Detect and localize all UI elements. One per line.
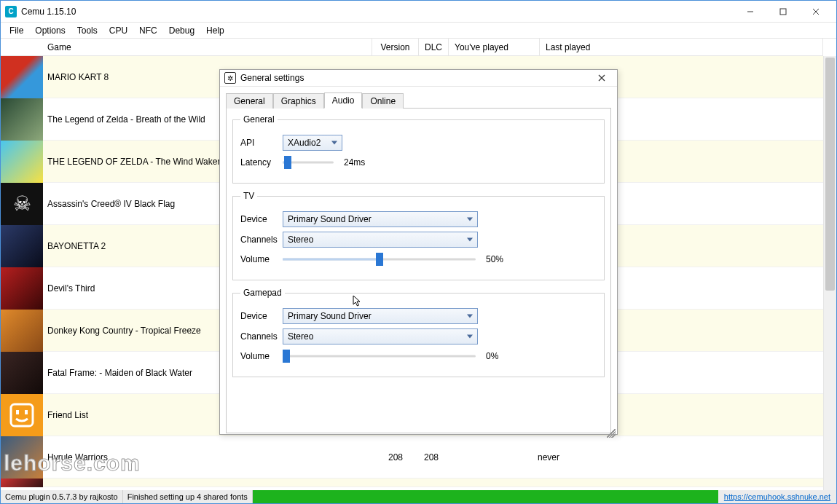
game-thumb [1, 267, 43, 310]
menu-file[interactable]: File [4, 24, 29, 37]
titlebar: C Cemu 1.15.10 [1, 1, 836, 23]
close-button[interactable] [799, 1, 832, 22]
tv-device-select[interactable]: Primary Sound Driver [283, 211, 478, 227]
gp-device-label: Device [240, 311, 283, 321]
group-general-legend: General [240, 114, 278, 125]
game-last: never [535, 452, 823, 462]
dialog-titlebar: ✲ General settings [220, 70, 617, 87]
latency-slider[interactable] [283, 155, 334, 170]
resize-grip[interactable] [607, 429, 616, 438]
column-headers: Game Version DLC You've played Last play… [1, 39, 823, 56]
game-thumb [1, 479, 43, 487]
window-title: Cemu 1.15.10 [21, 7, 76, 17]
group-tv: TV Device Primary Sound Driver Channels … [232, 191, 605, 280]
group-general: General API XAudio2 Latency 24ms [232, 114, 605, 184]
svg-rect-0 [780, 9, 786, 15]
tabpage-audio: General API XAudio2 Latency 24ms [226, 109, 611, 433]
menu-debug[interactable]: Debug [163, 24, 200, 37]
api-label: API [240, 138, 283, 148]
group-gamepad-legend: Gamepad [240, 288, 285, 298]
game-thumb [1, 225, 43, 267]
group-tv-legend: TV [240, 191, 257, 201]
dialog-body: General Graphics Audio Online General AP… [220, 87, 617, 439]
status-plugin: Cemu plugin 0.5.7.3 by rajkosto [1, 490, 123, 503]
app-window: C Cemu 1.15.10 File Options Tools CPU NF… [0, 0, 837, 504]
svg-rect-2 [16, 410, 19, 414]
gp-volume-slider[interactable] [283, 349, 476, 363]
game-thumb [1, 394, 43, 436]
vertical-scrollbar[interactable] [823, 56, 836, 490]
latency-value: 24ms [344, 157, 365, 168]
dialog-title: General settings [240, 73, 304, 83]
scrollbar-thumb[interactable] [825, 58, 835, 291]
group-gamepad: Gamepad Device Primary Sound Driver Chan… [232, 288, 605, 377]
game-thumb: ☠ [1, 183, 43, 225]
window-controls [734, 1, 832, 22]
gp-channels-label: Channels [240, 331, 283, 342]
menu-nfc[interactable]: NFC [133, 24, 163, 37]
status-link[interactable]: https://cemuhook.sshnuke.net [718, 490, 836, 503]
game-version: 208 [372, 452, 419, 462]
app-icon: C [5, 6, 17, 17]
tv-channels-select[interactable]: Stereo [283, 232, 478, 248]
tv-channels-label: Channels [240, 235, 283, 245]
gp-device-select[interactable]: Primary Sound Driver [283, 308, 478, 324]
col-last-played[interactable]: Last played [540, 39, 823, 56]
tab-audio[interactable]: Audio [324, 92, 363, 109]
col-version[interactable]: Version [372, 39, 419, 56]
statusbar: Cemu plugin 0.5.7.3 by rajkosto Finished… [1, 490, 836, 503]
menu-options[interactable]: Options [29, 24, 71, 37]
game-thumb [1, 56, 43, 98]
menubar: File Options Tools CPU NFC Debug Help [1, 23, 836, 39]
game-dlc: 208 [419, 452, 444, 462]
gp-volume-label: Volume [240, 351, 283, 361]
tabstrip: General Graphics Audio Online [226, 91, 611, 109]
game-thumb [1, 436, 43, 479]
menu-help[interactable]: Help [200, 24, 230, 37]
game-row[interactable]: Hyrule Warriors208208never [1, 436, 823, 479]
col-dlc[interactable]: DLC [419, 39, 449, 56]
tab-general[interactable]: General [226, 93, 273, 109]
gp-channels-select[interactable]: Stereo [283, 328, 478, 344]
game-thumb [1, 141, 43, 183]
dialog-close-button[interactable] [591, 70, 613, 86]
tab-online[interactable]: Online [362, 93, 404, 109]
game-name: Hyrule Warriors [43, 452, 372, 462]
col-game[interactable]: Game [1, 39, 372, 56]
game-row[interactable] [1, 479, 823, 487]
game-thumb [1, 310, 43, 352]
tv-volume-value: 50% [486, 254, 503, 264]
api-select[interactable]: XAudio2 [283, 135, 342, 151]
settings-dialog: ✲ General settings General Graphics Audi… [219, 69, 618, 435]
game-thumb [1, 98, 43, 141]
col-played[interactable]: You've played [449, 39, 540, 56]
status-progress [253, 490, 718, 503]
menu-tools[interactable]: Tools [71, 24, 103, 37]
minimize-button[interactable] [734, 1, 766, 22]
tv-device-label: Device [240, 214, 283, 224]
svg-rect-3 [25, 410, 28, 414]
gp-volume-value: 0% [486, 351, 498, 361]
svg-rect-1 [11, 404, 33, 426]
status-fonts: Finished setting up 4 shared fonts [123, 490, 253, 503]
gear-icon: ✲ [224, 72, 236, 84]
maximize-button[interactable] [766, 1, 799, 22]
menu-cpu[interactable]: CPU [103, 24, 133, 37]
latency-label: Latency [240, 157, 283, 168]
game-thumb [1, 352, 43, 394]
tab-graphics[interactable]: Graphics [273, 93, 324, 109]
tv-volume-slider[interactable] [283, 252, 476, 267]
tv-volume-label: Volume [240, 254, 283, 264]
